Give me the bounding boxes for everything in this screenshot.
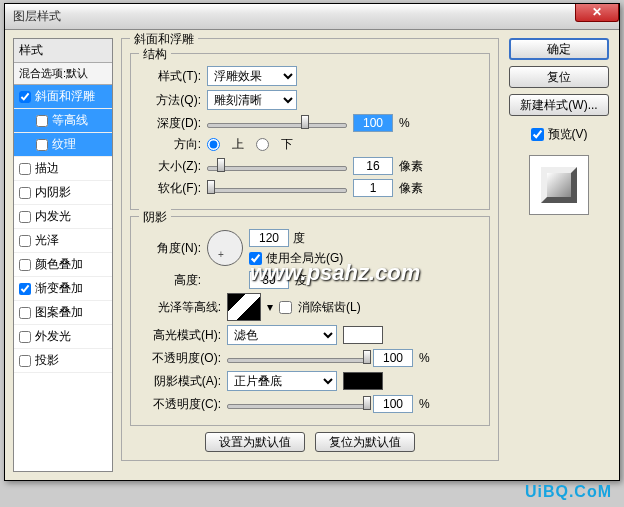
style-select[interactable]: 浮雕效果	[207, 66, 297, 86]
shadow-opacity-input[interactable]	[373, 395, 413, 413]
preview-checkbox[interactable]	[531, 128, 544, 141]
shadow-opacity-slider[interactable]	[227, 395, 367, 413]
shadow-mode-select[interactable]: 正片叠底	[227, 371, 337, 391]
window-title: 图层样式	[13, 8, 61, 25]
style-item-3[interactable]: 描边	[14, 157, 112, 181]
watermark2: UiBQ.CoM	[525, 483, 612, 501]
global-light-checkbox[interactable]	[249, 252, 262, 265]
bevel-group: 斜面和浮雕 结构 样式(T): 浮雕效果 方法(Q): 雕刻清晰 深度(D):	[121, 38, 499, 461]
angle-label: 角度(N):	[139, 240, 201, 257]
hilite-opacity-slider[interactable]	[227, 349, 367, 367]
global-light-label: 使用全局光(G)	[266, 250, 343, 267]
style-checkbox-4[interactable]	[19, 187, 31, 199]
chevron-down-icon[interactable]: ▾	[267, 300, 273, 314]
ok-button[interactable]: 确定	[509, 38, 609, 60]
style-item-4[interactable]: 内阴影	[14, 181, 112, 205]
gloss-contour[interactable]	[227, 293, 261, 321]
gloss-label: 光泽等高线:	[139, 299, 221, 316]
preview-box	[529, 155, 589, 215]
style-label-3: 描边	[35, 160, 59, 177]
deg-unit2: 度	[295, 272, 307, 289]
depth-input[interactable]	[353, 114, 393, 132]
cancel-button[interactable]: 复位	[509, 66, 609, 88]
hilite-opacity-input[interactable]	[373, 349, 413, 367]
style-checkbox-3[interactable]	[19, 163, 31, 175]
style-label-6: 光泽	[35, 232, 59, 249]
method-select[interactable]: 雕刻清晰	[207, 90, 297, 110]
shadow-group: 阴影 角度(N): 度 使用全局光(G)	[130, 216, 490, 426]
style-checkbox-2[interactable]	[36, 139, 48, 151]
antialias-checkbox[interactable]	[279, 301, 292, 314]
style-checkbox-7[interactable]	[19, 259, 31, 271]
depth-label: 深度(D):	[139, 115, 201, 132]
new-style-button[interactable]: 新建样式(W)...	[509, 94, 609, 116]
style-item-5[interactable]: 内发光	[14, 205, 112, 229]
style-label: 样式(T):	[139, 68, 201, 85]
style-item-10[interactable]: 外发光	[14, 325, 112, 349]
blend-options[interactable]: 混合选项:默认	[14, 63, 112, 85]
hilite-mode-label: 高光模式(H):	[139, 327, 221, 344]
soften-slider[interactable]	[207, 179, 347, 197]
preview-label: 预览(V)	[548, 126, 588, 143]
style-checkbox-8[interactable]	[19, 283, 31, 295]
style-list: 样式 混合选项:默认 斜面和浮雕等高线纹理描边内阴影内发光光泽颜色叠加渐变叠加图…	[13, 38, 113, 472]
style-checkbox-5[interactable]	[19, 211, 31, 223]
px-unit2: 像素	[399, 180, 427, 197]
size-input[interactable]	[353, 157, 393, 175]
dir-up-radio[interactable]	[207, 138, 220, 151]
style-item-2[interactable]: 纹理	[14, 133, 112, 157]
style-checkbox-0[interactable]	[19, 91, 31, 103]
style-item-6[interactable]: 光泽	[14, 229, 112, 253]
style-item-11[interactable]: 投影	[14, 349, 112, 373]
style-item-9[interactable]: 图案叠加	[14, 301, 112, 325]
angle-input[interactable]	[249, 229, 289, 247]
style-checkbox-1[interactable]	[36, 115, 48, 127]
shadow-opacity-label: 不透明度(C):	[139, 396, 221, 413]
antialias-label: 消除锯齿(L)	[298, 299, 361, 316]
structure-group: 结构 样式(T): 浮雕效果 方法(Q): 雕刻清晰 深度(D): %	[130, 53, 490, 210]
style-label-9: 图案叠加	[35, 304, 83, 321]
style-label-2: 纹理	[52, 136, 76, 153]
style-label-7: 颜色叠加	[35, 256, 83, 273]
soften-input[interactable]	[353, 179, 393, 197]
titlebar: 图层样式 ✕	[5, 4, 619, 30]
style-label-11: 投影	[35, 352, 59, 369]
style-list-header: 样式	[14, 39, 112, 63]
hilite-mode-select[interactable]: 滤色	[227, 325, 337, 345]
deg-unit: 度	[293, 230, 305, 247]
depth-slider[interactable]	[207, 114, 347, 132]
altitude-label: 高度:	[139, 272, 201, 289]
dir-down-radio[interactable]	[256, 138, 269, 151]
size-label: 大小(Z):	[139, 158, 201, 175]
style-label-0: 斜面和浮雕	[35, 88, 95, 105]
direction-label: 方向:	[139, 136, 201, 153]
shadow-color[interactable]	[343, 372, 383, 390]
size-slider[interactable]	[207, 157, 347, 175]
px-unit: 像素	[399, 158, 427, 175]
soften-label: 软化(F):	[139, 180, 201, 197]
shadow-title: 阴影	[139, 209, 171, 226]
style-checkbox-10[interactable]	[19, 331, 31, 343]
altitude-input[interactable]	[249, 271, 289, 289]
style-label-8: 渐变叠加	[35, 280, 83, 297]
style-item-7[interactable]: 颜色叠加	[14, 253, 112, 277]
hilite-color[interactable]	[343, 326, 383, 344]
style-label-1: 等高线	[52, 112, 88, 129]
style-item-0[interactable]: 斜面和浮雕	[14, 85, 112, 109]
angle-dial[interactable]	[207, 230, 243, 266]
style-label-10: 外发光	[35, 328, 71, 345]
style-checkbox-6[interactable]	[19, 235, 31, 247]
style-item-1[interactable]: 等高线	[14, 109, 112, 133]
reset-default-button[interactable]: 复位为默认值	[315, 432, 415, 452]
style-label-4: 内阴影	[35, 184, 71, 201]
hilite-opacity-label: 不透明度(O):	[139, 350, 221, 367]
pct-unit: %	[399, 116, 427, 130]
style-item-8[interactable]: 渐变叠加	[14, 277, 112, 301]
style-checkbox-9[interactable]	[19, 307, 31, 319]
style-checkbox-11[interactable]	[19, 355, 31, 367]
shadow-mode-label: 阴影模式(A):	[139, 373, 221, 390]
set-default-button[interactable]: 设置为默认值	[205, 432, 305, 452]
style-label-5: 内发光	[35, 208, 71, 225]
close-button[interactable]: ✕	[575, 4, 619, 22]
method-label: 方法(Q):	[139, 92, 201, 109]
